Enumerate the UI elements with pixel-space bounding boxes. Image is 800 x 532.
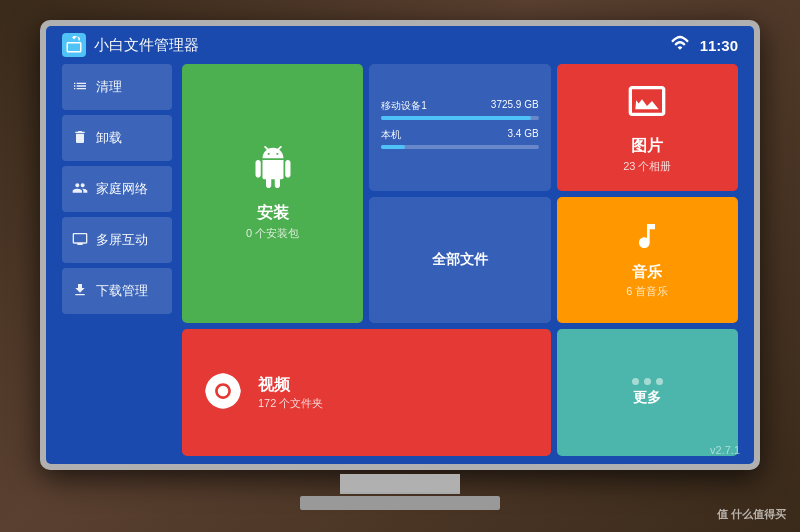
multi-screen-label: 多屏互动 (96, 231, 148, 249)
video-subtitle: 172 个文件夹 (258, 396, 323, 411)
app-header: 小白文件管理器 11:30 (46, 26, 754, 64)
tile-more[interactable]: 更多 (557, 329, 738, 456)
pictures-subtitle: 23 个相册 (623, 159, 671, 174)
tile-install[interactable]: 安装 0 个安装包 (182, 64, 363, 323)
uninstall-icon (72, 129, 88, 148)
local-size: 3.4 GB (508, 128, 539, 142)
home-network-label: 家庭网络 (96, 180, 148, 198)
tile-allfiles[interactable]: 全部文件 (369, 197, 550, 324)
version-text: v2.7.1 (710, 444, 740, 456)
tiles-grid: 安装 0 个安装包 移动设备1 3725.9 GB (182, 64, 738, 456)
pictures-title: 图片 (631, 136, 663, 157)
home-network-icon (72, 180, 88, 199)
app-icon (62, 33, 86, 57)
wifi-icon (670, 35, 690, 56)
clean-label: 清理 (96, 78, 122, 96)
install-subtitle: 0 个安装包 (246, 226, 299, 241)
dot-1 (632, 378, 639, 385)
sidebar-item-home-network[interactable]: 家庭网络 (62, 166, 172, 212)
mobile-size: 3725.9 GB (491, 99, 539, 113)
sidebar: 清理 卸载 (62, 64, 172, 456)
dot-2 (644, 378, 651, 385)
video-text: 视频 172 个文件夹 (258, 375, 323, 411)
tile-pictures[interactable]: 图片 23 个相册 (557, 64, 738, 191)
main-content: 清理 卸载 (46, 64, 754, 464)
storage-local-row: 本机 3.4 GB (381, 128, 538, 149)
multi-screen-icon (72, 231, 88, 250)
app-title: 小白文件管理器 (94, 36, 199, 55)
uninstall-label: 卸载 (96, 129, 122, 147)
pictures-icon (627, 81, 667, 130)
install-icon (252, 146, 294, 197)
tv-stand (340, 474, 460, 494)
local-bar-bg (381, 145, 538, 149)
download-label: 下载管理 (96, 282, 148, 300)
sidebar-item-clean[interactable]: 清理 (62, 64, 172, 110)
more-title: 更多 (633, 389, 661, 407)
sidebar-item-multi-screen[interactable]: 多屏互动 (62, 217, 172, 263)
mobile-label: 移动设备1 (381, 99, 427, 113)
mobile-bar-bg (381, 116, 538, 120)
tv-base (300, 496, 500, 510)
clean-icon (72, 78, 88, 97)
tile-music[interactable]: 音乐 6 首音乐 (557, 197, 738, 324)
mobile-bar-fill (381, 116, 530, 120)
music-subtitle: 6 首音乐 (626, 284, 668, 299)
video-title: 视频 (258, 375, 323, 396)
tile-video[interactable]: 视频 172 个文件夹 (182, 329, 551, 456)
watermark: 值 什么值得买 (717, 507, 786, 522)
tile-storage[interactable]: 移动设备1 3725.9 GB 本机 3.4 GB (369, 64, 550, 191)
install-title: 安装 (257, 203, 289, 224)
dot-3 (656, 378, 663, 385)
more-dots (632, 378, 663, 385)
video-icon (202, 370, 244, 416)
local-label: 本机 (381, 128, 401, 142)
clock: 11:30 (700, 37, 738, 54)
sidebar-item-download[interactable]: 下载管理 (62, 268, 172, 314)
music-icon (631, 220, 663, 259)
music-title: 音乐 (632, 263, 662, 282)
download-icon (72, 282, 88, 301)
local-bar-fill (381, 145, 405, 149)
allfiles-title: 全部文件 (432, 251, 488, 269)
sidebar-item-uninstall[interactable]: 卸载 (62, 115, 172, 161)
storage-mobile-row: 移动设备1 3725.9 GB (381, 99, 538, 120)
svg-point-0 (218, 385, 229, 396)
